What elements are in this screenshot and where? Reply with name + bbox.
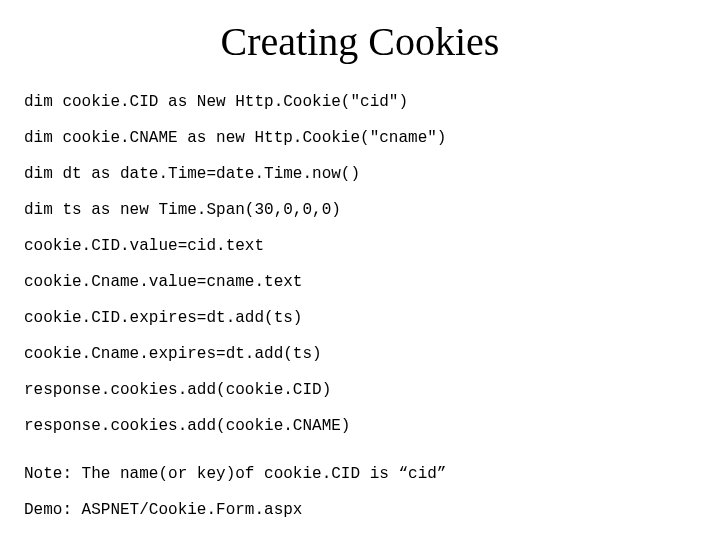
note-block: Note: The name(or key)of cookie.CID is “…	[24, 465, 696, 519]
code-line: dim cookie.CNAME as new Http.Cookie("cna…	[24, 129, 696, 147]
code-line: cookie.Cname.expires=dt.add(ts)	[24, 345, 696, 363]
code-line: cookie.CID.expires=dt.add(ts)	[24, 309, 696, 327]
code-line: cookie.Cname.value=cname.text	[24, 273, 696, 291]
note-line: Demo: ASPNET/Cookie.Form.aspx	[24, 501, 696, 519]
code-line: response.cookies.add(cookie.CID)	[24, 381, 696, 399]
code-line: cookie.CID.value=cid.text	[24, 237, 696, 255]
note-line: Note: The name(or key)of cookie.CID is “…	[24, 465, 696, 483]
code-line: dim dt as date.Time=date.Time.now()	[24, 165, 696, 183]
slide-title: Creating Cookies	[24, 18, 696, 65]
code-line: dim cookie.CID as New Http.Cookie("cid")	[24, 93, 696, 111]
code-line: response.cookies.add(cookie.CNAME)	[24, 417, 696, 435]
code-block: dim cookie.CID as New Http.Cookie("cid")…	[24, 93, 696, 435]
code-line: dim ts as new Time.Span(30,0,0,0)	[24, 201, 696, 219]
